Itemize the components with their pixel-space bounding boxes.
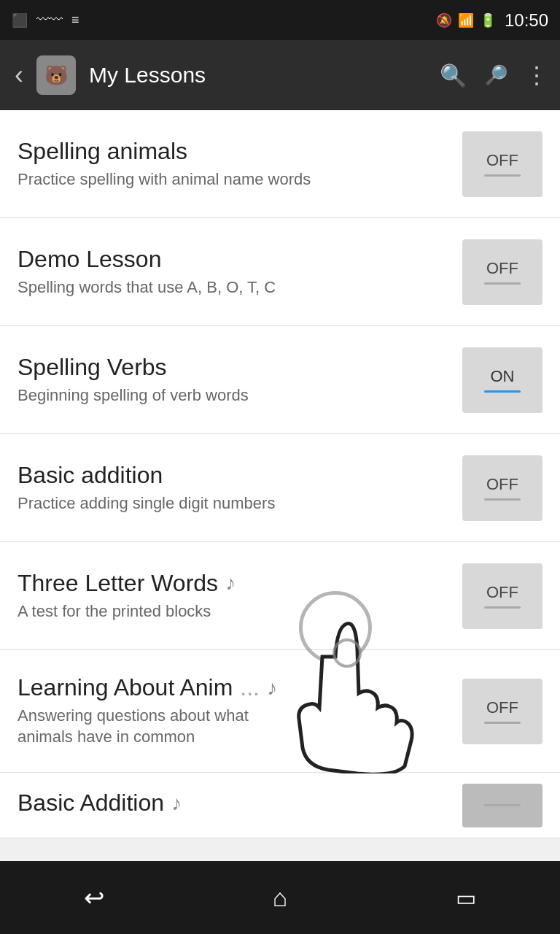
lesson-title: Learning About Anim... ♪	[18, 674, 451, 701]
status-bar-left: ⬛ 〰〰 ≡	[12, 12, 79, 28]
back-nav-icon[interactable]: ↩	[84, 883, 104, 912]
music-note-icon: ♪	[171, 792, 182, 815]
lesson-desc: Practice spelling with animal name words	[18, 169, 451, 190]
lesson-desc: A test for the printed blocks	[18, 601, 451, 622]
toggle-button[interactable]: OFF	[462, 679, 542, 744]
lesson-info: Demo Lesson Spelling words that use A, B…	[18, 246, 451, 298]
list-item[interactable]: Spelling Verbs Beginning spelling of ver…	[0, 326, 560, 434]
app-bar: ‹ 🐻 My Lessons 🔍 🔎 ⋮	[0, 40, 560, 110]
toggle-indicator	[484, 174, 521, 177]
music-note-icon: ♪	[225, 571, 236, 595]
bottom-nav: ↩ ⌂ ▭	[0, 861, 560, 934]
status-bar-right: 🔕 📶 🔋 10:50	[436, 10, 548, 31]
lesson-title: Demo Lesson	[18, 246, 451, 273]
toggle-label: OFF	[486, 475, 518, 494]
lesson-title: Spelling Verbs	[18, 354, 451, 381]
app-bar-actions: 🔍 🔎 ⋮	[440, 61, 545, 89]
toggle-label: OFF	[486, 259, 518, 278]
list-item[interactable]: Learning About Anim... ♪ Answering quest…	[0, 650, 560, 773]
list-item[interactable]: Spelling animals Practice spelling with …	[0, 110, 560, 218]
search-icon[interactable]: 🔍	[440, 63, 467, 88]
lesson-desc: Beginning spelling of verb words	[18, 385, 451, 406]
lesson-title: Basic Addition ♪	[18, 790, 451, 817]
list-item[interactable]: Basic Addition ♪	[0, 773, 560, 838]
list-item[interactable]: Three Letter Words ♪ A test for the prin…	[0, 542, 560, 650]
lesson-info: Three Letter Words ♪ A test for the prin…	[18, 570, 451, 622]
menu-icon: ≡	[71, 12, 79, 28]
voicemail-icon: 〰〰	[36, 12, 63, 28]
lesson-info: Basic addition Practice adding single di…	[18, 462, 451, 514]
app-logo: 🐻	[36, 55, 76, 95]
clock: 10:50	[505, 10, 548, 31]
lesson-list: Spelling animals Practice spelling with …	[0, 110, 560, 838]
music-note-icon: ♪	[267, 676, 277, 700]
lesson-info: Spelling animals Practice spelling with …	[18, 138, 451, 190]
toggle-button[interactable]: OFF	[462, 455, 542, 521]
lesson-title: Basic addition	[18, 462, 451, 489]
lesson-title: Spelling animals	[18, 138, 451, 165]
toggle-button[interactable]: OFF	[462, 131, 542, 197]
filter-search-icon[interactable]: 🔎	[484, 64, 508, 87]
image-icon: ⬛	[12, 12, 28, 28]
signal-icon: 📶	[458, 12, 474, 28]
toggle-label: ON	[491, 367, 515, 386]
lesson-desc: Spelling words that use A, B, O, T, C	[18, 277, 451, 298]
toggle-indicator	[484, 606, 521, 609]
toggle-label: OFF	[486, 698, 518, 717]
back-button[interactable]: ‹	[15, 60, 23, 90]
toggle-indicator	[484, 390, 521, 393]
lesson-title: Three Letter Words ♪	[18, 570, 451, 597]
lesson-info: Spelling Verbs Beginning spelling of ver…	[18, 354, 451, 406]
list-item[interactable]: Basic addition Practice adding single di…	[0, 434, 560, 542]
list-item[interactable]: Demo Lesson Spelling words that use A, B…	[0, 218, 560, 326]
toggle-indicator	[484, 722, 521, 724]
toggle-indicator	[484, 804, 521, 806]
toggle-indicator	[484, 498, 521, 501]
toggle-label: OFF	[486, 583, 518, 602]
mute-icon: 🔕	[436, 12, 452, 28]
more-options-icon[interactable]: ⋮	[525, 61, 545, 89]
bear-icon: 🐻	[44, 64, 68, 87]
toggle-indicator	[484, 282, 521, 285]
status-bar: ⬛ 〰〰 ≡ 🔕 📶 🔋 10:50	[0, 0, 560, 40]
recents-nav-icon[interactable]: ▭	[456, 885, 476, 911]
toggle-button[interactable]: OFF	[462, 563, 542, 629]
lesson-info: Learning About Anim... ♪ Answering quest…	[18, 674, 451, 747]
home-nav-icon[interactable]: ⌂	[273, 884, 288, 912]
toggle-button[interactable]	[462, 784, 542, 827]
lesson-info: Basic Addition ♪	[18, 790, 451, 821]
page-title: My Lessons	[89, 63, 427, 88]
lesson-desc: Practice adding single digit numbers	[18, 493, 451, 514]
battery-icon: 🔋	[480, 12, 496, 28]
lesson-desc: Answering questions about whatanimals ha…	[18, 706, 451, 747]
toggle-button[interactable]: ON	[462, 347, 542, 413]
toggle-label: OFF	[486, 151, 518, 170]
toggle-button[interactable]: OFF	[462, 239, 542, 305]
